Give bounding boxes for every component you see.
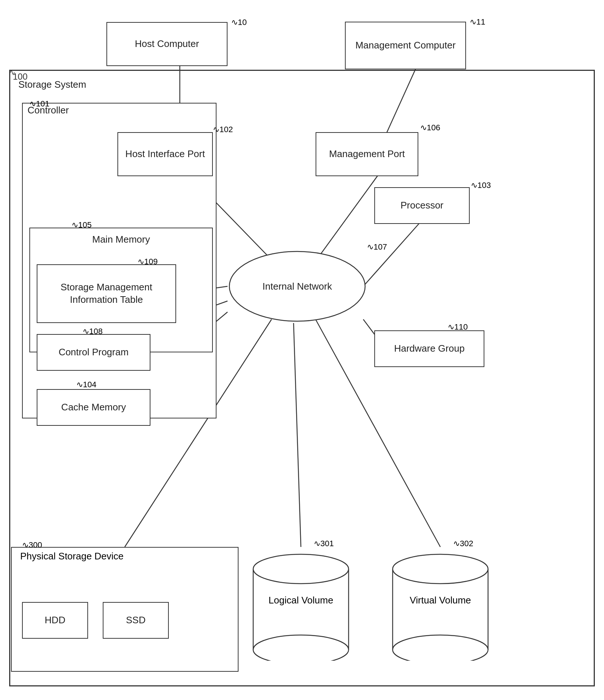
svg-point-21 xyxy=(393,635,488,661)
squiggle-104: ∿ xyxy=(76,380,83,389)
squiggle-102: ∿ xyxy=(213,125,219,134)
management-computer-box: Management Computer xyxy=(345,22,466,69)
storage-mgmt-table-box: Storage Management Information Table xyxy=(37,264,176,323)
ref-10: ∿10 xyxy=(231,18,247,27)
ref-300: ∿300 xyxy=(22,540,42,550)
control-program-box: Control Program xyxy=(37,334,150,371)
hardware-group-box: Hardware Group xyxy=(374,330,484,367)
host-computer-box: Host Computer xyxy=(106,22,228,66)
ref-302: ∿302 xyxy=(453,539,473,548)
squiggle-302: ∿ xyxy=(453,539,460,548)
internal-network-container: Internal Network xyxy=(228,250,367,323)
squiggle-106: ∿ xyxy=(420,123,427,132)
management-port-box: Management Port xyxy=(316,132,418,176)
ref-102: ∿102 xyxy=(213,125,233,134)
squiggle-11: ∿ xyxy=(470,17,476,26)
ref-108: ∿108 xyxy=(83,327,103,336)
ref-105: ∿105 xyxy=(72,220,92,230)
ref-110: ∿110 xyxy=(448,322,468,332)
squiggle-100: ∿ xyxy=(9,68,15,77)
squiggle-107: ∿ xyxy=(367,242,374,251)
virtual-volume-label: Virtual Volume xyxy=(407,595,473,606)
ssd-box: SSD xyxy=(103,602,169,639)
internal-network-label: Internal Network xyxy=(262,281,332,292)
logical-volume-label: Logical Volume xyxy=(268,595,334,606)
squiggle-105: ∿ xyxy=(72,220,78,229)
ref-11: ∿11 xyxy=(470,17,485,27)
storage-system-label: Storage System xyxy=(18,79,86,90)
squiggle-110: ∿ xyxy=(448,322,454,331)
host-interface-port-box: Host Interface Port xyxy=(117,132,213,176)
ref-107: ∿107 xyxy=(367,242,387,252)
squiggle-301: ∿ xyxy=(314,539,320,548)
svg-line-1 xyxy=(385,65,417,136)
main-memory-label: Main Memory xyxy=(35,233,207,246)
svg-point-22 xyxy=(393,554,488,584)
svg-point-16 xyxy=(253,635,349,661)
ref-103: ∿103 xyxy=(471,181,491,190)
svg-point-17 xyxy=(253,554,349,584)
hdd-box: HDD xyxy=(22,602,88,639)
squiggle-109: ∿ xyxy=(138,257,144,266)
svg-line-10 xyxy=(294,323,301,547)
logical-volume-cylinder: Logical Volume xyxy=(250,547,352,662)
squiggle-300: ∿ xyxy=(22,540,29,550)
squiggle-108: ∿ xyxy=(83,327,89,336)
ref-104: ∿104 xyxy=(76,380,97,389)
processor-box: Processor xyxy=(374,187,470,224)
ref-106: ∿106 xyxy=(420,123,440,133)
ref-109: ∿109 xyxy=(138,257,158,266)
squiggle-101: ∿ xyxy=(29,99,36,108)
physical-storage-label: Physical Storage Device xyxy=(20,551,124,562)
ref-301: ∿301 xyxy=(314,539,334,548)
squiggle-10: ∿ xyxy=(231,18,238,27)
virtual-volume-cylinder: Virtual Volume xyxy=(389,547,492,662)
cache-memory-box: Cache Memory xyxy=(37,389,150,426)
svg-line-4 xyxy=(363,220,422,286)
ref-101: ∿101 xyxy=(29,99,50,109)
diagram: Storage System 100 ∿ Host Computer ∿10 M… xyxy=(0,0,604,700)
squiggle-103: ∿ xyxy=(471,181,477,190)
